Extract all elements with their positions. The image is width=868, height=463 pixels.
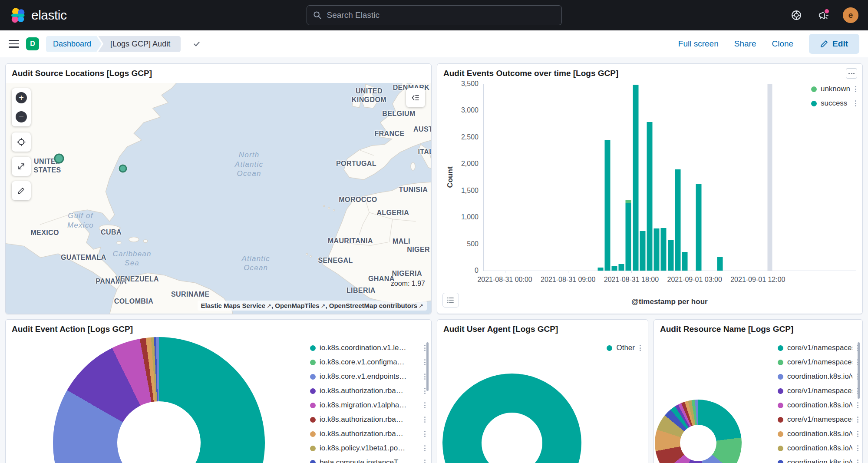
clone-link[interactable]: Clone xyxy=(772,39,793,49)
y-axis-tick-label: 2,000 xyxy=(461,160,479,168)
panel-title[interactable]: Audit User Agent [Logs GCP] xyxy=(437,320,648,336)
bar-success[interactable] xyxy=(626,203,631,271)
bar-success[interactable] xyxy=(647,122,653,271)
bar-success[interactable] xyxy=(654,228,660,271)
collapse-layers-button[interactable] xyxy=(406,88,425,107)
legend-item[interactable]: beta.compute.instanceT… xyxy=(310,458,426,463)
legend-actions-icon[interactable] xyxy=(856,459,859,463)
legend-item[interactable]: core/v1/namespaces/… xyxy=(778,415,859,424)
space-badge[interactable]: D xyxy=(26,37,39,50)
bar-success[interactable] xyxy=(661,228,667,271)
draw-tools-button[interactable] xyxy=(12,181,31,200)
share-link[interactable]: Share xyxy=(734,39,756,49)
legend-item[interactable]: io.k8s.authorization.rba… xyxy=(310,415,426,424)
legend-scrollbar[interactable] xyxy=(858,342,860,399)
menu-button[interactable] xyxy=(9,40,19,48)
legend-item[interactable]: coordination.k8s.io/v… xyxy=(778,430,859,438)
full-screen-link[interactable]: Full screen xyxy=(678,39,719,49)
map-attribution-link[interactable]: OpenMapTiles↗ xyxy=(275,302,325,309)
map-attribution: Elastic Maps Service↗, OpenMapTiles↗, Op… xyxy=(198,301,427,311)
zoom-out-button[interactable]: − xyxy=(12,107,31,126)
legend-actions-icon[interactable] xyxy=(423,358,426,366)
legend-toggle-button[interactable] xyxy=(442,293,459,308)
panel-audit-user-agent: Audit User Agent [Logs GCP] Other xyxy=(437,319,648,463)
map-marker[interactable] xyxy=(119,165,127,173)
legend-item[interactable]: unknown xyxy=(811,85,857,93)
map-canvas[interactable]: UNITED KINGDOMDENMARKBELGIUMFRANCEAUSTRI… xyxy=(6,83,431,314)
legend-item[interactable]: success xyxy=(811,99,857,108)
x-axis-tick-label: 2021-08-31 18:00 xyxy=(604,276,659,284)
breadcrumb-dashboard[interactable]: Dashboard xyxy=(46,36,102,52)
bar-success[interactable] xyxy=(717,257,723,271)
news-button[interactable] xyxy=(816,8,831,23)
map-marker[interactable] xyxy=(54,153,64,163)
legend-actions-icon[interactable] xyxy=(423,373,426,380)
user-agent-donut-chart[interactable] xyxy=(442,374,581,463)
help-button[interactable] xyxy=(789,8,804,23)
elastic-home[interactable]: elastic xyxy=(10,7,67,23)
legend-actions-icon[interactable] xyxy=(423,430,426,438)
search-input[interactable] xyxy=(326,10,555,20)
panel-title[interactable]: Audit Event Action [Logs GCP] xyxy=(6,320,431,336)
legend-item[interactable]: coordination.k8s.io/v… xyxy=(778,458,859,463)
legend-actions-icon[interactable] xyxy=(423,344,426,352)
panel-title[interactable]: Audit Events Outcome over time [Logs GCP… xyxy=(437,64,862,80)
bar-unknown[interactable] xyxy=(626,200,631,204)
legend-item[interactable]: io.k8s.policy.v1beta1.po… xyxy=(310,444,426,453)
legend-actions-icon[interactable] xyxy=(854,85,857,93)
legend-item[interactable]: coordination.k8s.io/v… xyxy=(778,372,859,381)
bar-success[interactable] xyxy=(619,264,624,271)
donut-hole xyxy=(117,401,201,463)
map-attribution-link[interactable]: OpenStreetMap contributors↗ xyxy=(329,302,423,309)
panel-title[interactable]: Audit Source Locations [Logs GCP] xyxy=(6,64,431,80)
legend-actions-icon[interactable] xyxy=(423,387,426,395)
legend-actions-icon[interactable] xyxy=(856,416,859,423)
legend-actions-icon[interactable] xyxy=(856,430,859,438)
legend-actions-icon[interactable] xyxy=(423,401,426,409)
user-avatar[interactable]: e xyxy=(843,7,858,23)
bar-success[interactable] xyxy=(633,85,638,271)
zoom-in-button[interactable]: + xyxy=(12,88,31,107)
legend-actions-icon[interactable] xyxy=(854,99,857,107)
legend-item[interactable]: io.k8s.migration.v1alpha… xyxy=(310,401,426,410)
donut-hole xyxy=(680,425,716,461)
legend-item[interactable]: coordination.k8s.io/v… xyxy=(778,444,859,453)
legend-actions-icon[interactable] xyxy=(639,344,642,352)
legend-actions-icon[interactable] xyxy=(423,416,426,423)
legend-item[interactable]: core/v1/namespaces/… xyxy=(778,344,859,352)
bar-success[interactable] xyxy=(612,266,617,271)
legend-item[interactable]: core/v1/namespaces/… xyxy=(778,358,859,367)
legend-actions-icon[interactable] xyxy=(423,444,426,452)
pencil-icon xyxy=(820,40,828,48)
legend-actions-icon[interactable] xyxy=(856,401,859,409)
legend-item[interactable]: io.k8s.core.v1.configma… xyxy=(310,358,426,367)
bar-success[interactable] xyxy=(640,231,645,271)
legend-item[interactable]: io.k8s.authorization.rba… xyxy=(310,387,426,395)
legend-item[interactable]: core/v1/namespaces/… xyxy=(778,387,859,395)
legend-item[interactable]: coordination.k8s.io/v… xyxy=(778,401,859,410)
bar-success[interactable] xyxy=(604,140,610,271)
x-axis-tick-label: 2021-09-01 03:00 xyxy=(667,276,722,284)
map-attribution-link[interactable]: Elastic Maps Service↗ xyxy=(201,302,271,309)
edit-button[interactable]: Edit xyxy=(809,34,859,54)
legend-actions-icon[interactable] xyxy=(423,459,426,463)
fit-to-data-button[interactable] xyxy=(12,157,31,176)
legend-item[interactable]: io.k8s.authorization.rba… xyxy=(310,430,426,438)
panel-title[interactable]: Audit Resource Name [Logs GCP] xyxy=(654,320,862,336)
event-action-donut-chart[interactable] xyxy=(53,337,265,463)
bar-success[interactable] xyxy=(668,240,673,271)
saved-check-icon[interactable] xyxy=(193,40,201,48)
bar-success[interactable] xyxy=(597,268,603,271)
legend-actions-icon[interactable] xyxy=(856,444,859,452)
panel-options-icon[interactable] xyxy=(846,68,857,79)
resource-name-donut-chart[interactable] xyxy=(655,400,742,463)
set-view-button[interactable] xyxy=(12,132,31,152)
legend-item[interactable]: io.k8s.coordination.v1.le… xyxy=(310,344,426,352)
bar-success[interactable] xyxy=(682,252,687,271)
bar-success[interactable] xyxy=(696,184,702,271)
legend-item[interactable]: io.k8s.core.v1.endpoints… xyxy=(310,372,426,381)
legend-scrollbar[interactable] xyxy=(426,342,429,391)
legend-item[interactable]: Other xyxy=(607,344,642,352)
global-search[interactable] xyxy=(307,5,562,25)
bar-success[interactable] xyxy=(675,169,680,271)
